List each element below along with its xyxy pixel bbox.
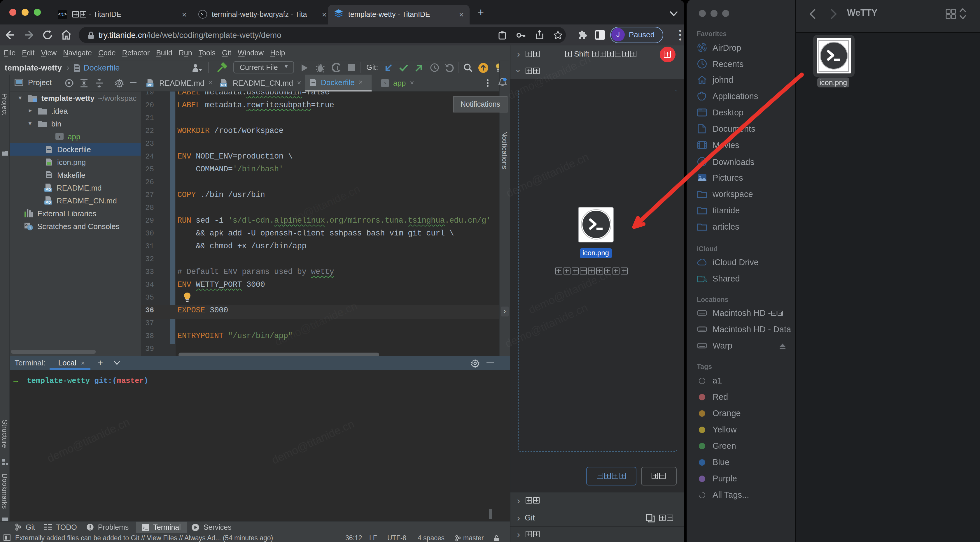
svg-text:MD: MD: [46, 200, 51, 204]
svg-text:MD: MD: [221, 83, 226, 87]
svg-text:MD: MD: [147, 83, 153, 87]
svg-text:MD: MD: [46, 188, 51, 192]
